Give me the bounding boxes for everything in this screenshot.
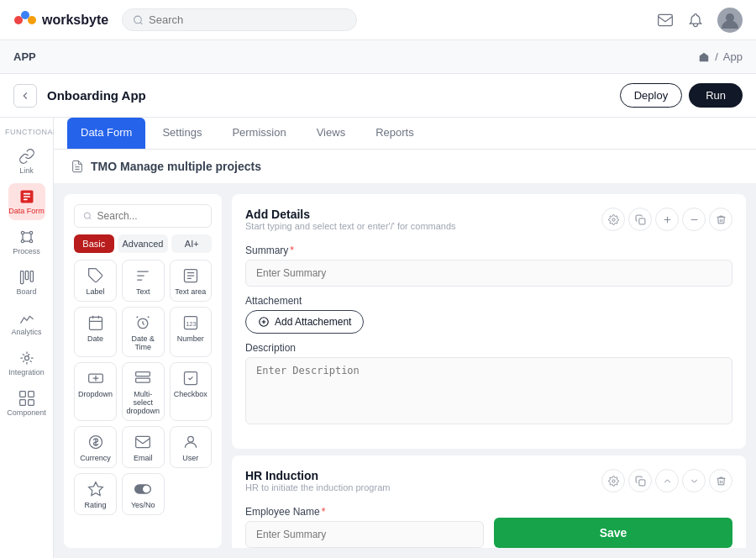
sidebar-item-analytics[interactable]: Analytics bbox=[8, 304, 45, 341]
right-panel: Add Details Start typing and select text… bbox=[232, 194, 746, 548]
home-icon[interactable] bbox=[698, 51, 710, 63]
svg-point-11 bbox=[29, 231, 32, 234]
field-item-multiselect[interactable]: Multi-select dropdown bbox=[122, 362, 164, 421]
svg-rect-20 bbox=[19, 400, 25, 406]
save-button[interactable]: Save bbox=[494, 518, 732, 548]
field-item-number-label: Number bbox=[177, 334, 204, 343]
breadcrumb: / App bbox=[698, 50, 743, 63]
field-item-textarea[interactable]: Text area bbox=[170, 260, 212, 302]
svg-rect-19 bbox=[28, 392, 34, 397]
svg-text:123: 123 bbox=[186, 320, 197, 328]
search-input[interactable] bbox=[149, 13, 346, 26]
logo-text: worksbyte bbox=[42, 13, 108, 28]
checkbox-icon bbox=[182, 370, 199, 387]
summary-input[interactable] bbox=[245, 260, 732, 287]
text-icon bbox=[134, 267, 151, 284]
down-btn-hr[interactable] bbox=[682, 469, 706, 492]
tab-reports[interactable]: Reports bbox=[362, 118, 428, 149]
mail-icon[interactable] bbox=[657, 12, 674, 29]
sidebar-item-process-label: Process bbox=[13, 247, 40, 255]
sidebar-item-component-label: Component bbox=[7, 408, 46, 417]
tab-views[interactable]: Views bbox=[303, 118, 359, 149]
field-search-icon bbox=[83, 211, 92, 221]
currency-icon bbox=[87, 434, 104, 450]
field-item-checkbox[interactable]: Checkbox bbox=[170, 362, 212, 421]
analytics-icon bbox=[18, 309, 35, 326]
tab-permission[interactable]: Permission bbox=[218, 118, 299, 149]
add-attachment-button[interactable]: Add Attachement bbox=[245, 310, 364, 334]
tag-icon bbox=[87, 267, 104, 284]
field-item-user[interactable]: User bbox=[170, 426, 212, 468]
tab-settings[interactable]: Settings bbox=[149, 118, 215, 149]
copy-btn-hr[interactable] bbox=[628, 469, 652, 492]
type-tab-basic[interactable]: Basic bbox=[74, 234, 114, 253]
svg-rect-43 bbox=[638, 479, 644, 485]
sidebar-item-link[interactable]: Link bbox=[8, 143, 45, 180]
field-item-currency[interactable]: Currency bbox=[74, 426, 117, 468]
svg-point-17 bbox=[24, 356, 29, 361]
settings-btn-add[interactable] bbox=[601, 208, 625, 231]
settings-icon bbox=[608, 214, 619, 225]
field-item-dropdown-label: Dropdown bbox=[78, 390, 113, 398]
hr-bottom-row: Employee Name * Save bbox=[245, 506, 732, 548]
field-item-label[interactable]: Label bbox=[74, 260, 117, 302]
form-doc-icon bbox=[71, 160, 84, 173]
field-item-date[interactable]: Date bbox=[74, 307, 117, 357]
svg-point-13 bbox=[29, 240, 32, 242]
form-title-bar: TMO Manage multiple projects bbox=[54, 150, 756, 184]
description-textarea[interactable] bbox=[245, 357, 732, 424]
add-details-section: Add Details Start typing and select text… bbox=[232, 194, 746, 449]
up-btn-hr[interactable] bbox=[655, 469, 679, 492]
save-btn-container: Save bbox=[494, 518, 732, 548]
textarea-icon bbox=[182, 267, 199, 284]
sidebar-item-process[interactable]: Process bbox=[8, 224, 45, 261]
employee-name-input[interactable] bbox=[245, 521, 484, 548]
chevron-up-icon bbox=[662, 476, 673, 487]
avatar[interactable] bbox=[717, 8, 743, 33]
tab-data-form[interactable]: Data Form bbox=[67, 118, 145, 149]
field-item-dropdown[interactable]: Dropdown bbox=[74, 362, 117, 421]
user-icon bbox=[182, 434, 199, 450]
bell-icon[interactable] bbox=[687, 12, 704, 29]
field-item-yesno[interactable]: Yes/No bbox=[122, 473, 164, 515]
section-header-add-details: Add Details Start typing and select text… bbox=[245, 208, 732, 241]
field-item-number[interactable]: 123 Number bbox=[170, 307, 212, 357]
field-item-email[interactable]: Email bbox=[122, 426, 164, 468]
svg-point-22 bbox=[84, 213, 90, 218]
sidebar-item-board[interactable]: Board bbox=[8, 264, 45, 301]
component-icon bbox=[18, 390, 35, 407]
run-button[interactable]: Run bbox=[689, 83, 743, 108]
breadcrumb-page: App bbox=[723, 50, 743, 63]
field-search[interactable] bbox=[74, 204, 212, 228]
svg-point-39 bbox=[612, 218, 614, 220]
delete-btn-add[interactable] bbox=[709, 208, 732, 231]
nav-right bbox=[657, 8, 743, 33]
delete-btn-hr[interactable] bbox=[709, 469, 732, 492]
copy-btn-add[interactable] bbox=[628, 208, 652, 231]
sidebar-item-component[interactable]: Component bbox=[8, 385, 45, 422]
back-button[interactable] bbox=[13, 84, 37, 108]
sidebar-item-dataform[interactable]: Data Form bbox=[8, 183, 45, 220]
field-item-text[interactable]: Text bbox=[122, 260, 164, 302]
field-item-yesno-label: Yes/No bbox=[131, 501, 155, 509]
add-btn-add[interactable] bbox=[655, 208, 679, 231]
employee-name-label: Employee Name * bbox=[245, 506, 484, 518]
sidebar-item-integration[interactable]: Integration bbox=[8, 345, 45, 382]
svg-rect-21 bbox=[28, 400, 34, 406]
type-tab-advanced[interactable]: Advanced bbox=[118, 234, 169, 253]
search-icon bbox=[133, 14, 144, 26]
rating-icon bbox=[87, 481, 104, 497]
type-tab-ai[interactable]: AI+ bbox=[171, 234, 212, 253]
field-item-rating[interactable]: Rating bbox=[74, 473, 117, 515]
field-item-text-label: Text bbox=[136, 287, 150, 296]
field-item-datetime[interactable]: Date & Time bbox=[122, 307, 164, 357]
minus-btn-add[interactable] bbox=[682, 208, 706, 231]
field-item-user-label: User bbox=[182, 454, 198, 462]
yesno-icon bbox=[134, 481, 151, 497]
sidebar-item-link-label: Link bbox=[19, 166, 34, 175]
deploy-button[interactable]: Deploy bbox=[620, 83, 682, 108]
field-search-input[interactable] bbox=[97, 210, 202, 222]
onboarding-actions: Deploy Run bbox=[620, 83, 743, 108]
settings-btn-hr[interactable] bbox=[601, 469, 625, 492]
search-bar[interactable] bbox=[122, 8, 357, 31]
